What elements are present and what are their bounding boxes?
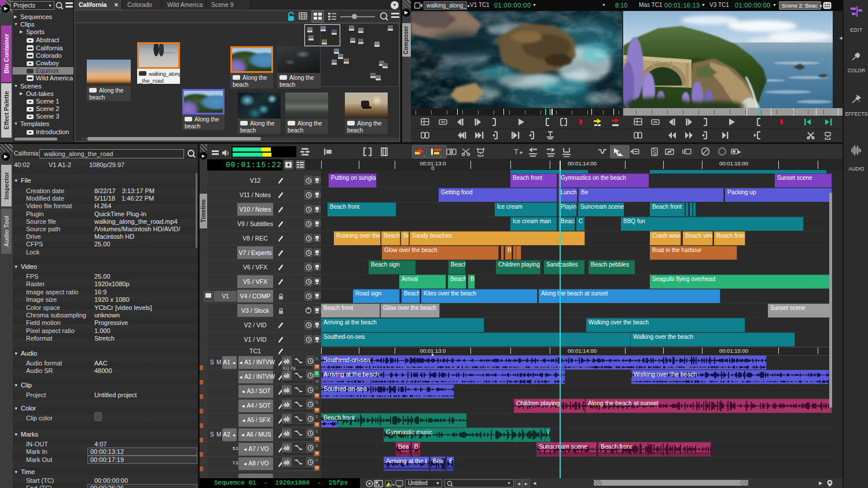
svg-text:,: , — [740, 152, 741, 157]
svg-text:,: , — [440, 152, 441, 157]
svg-text:▾: ▾ — [392, 483, 395, 487]
svg-text:T: T — [514, 147, 518, 156]
svg-text:,: , — [424, 152, 425, 157]
